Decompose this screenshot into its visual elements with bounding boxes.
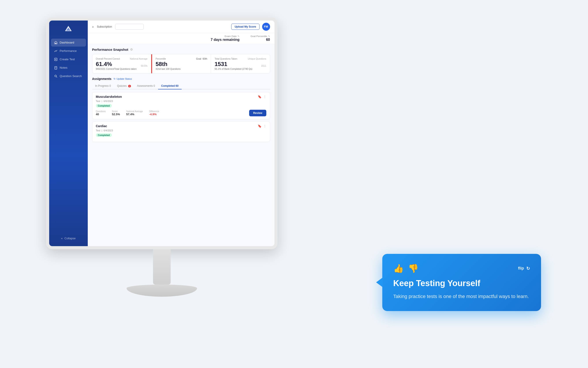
svg-point-9: [55, 75, 56, 77]
app-container: Dashboard Performance: [49, 20, 274, 246]
flip-card-title: Keep Testing Yourself: [393, 279, 530, 288]
chart-icon: [54, 49, 58, 53]
sidebar-item-performance-label: Performance: [60, 49, 77, 53]
goal-percentile-item: Goal Percentile ✎ 60: [250, 35, 270, 42]
exam-date-item: Exam Date ✎ 7 days remaining: [211, 35, 240, 42]
assignments-tabs: In Progress 0 Quizzes 1 Assessments 0 Co…: [92, 83, 270, 89]
flip-label-text: flip: [518, 266, 524, 271]
national-avg-stat-value: 57.4%: [126, 113, 143, 116]
expand-arrows[interactable]: »: [92, 25, 94, 28]
cardiac-icons: 🔖 ⋮: [258, 124, 266, 128]
snapshot-grid: Overall Percent Correct National Average…: [92, 54, 270, 74]
sidebar-item-create-test[interactable]: Create Test: [51, 55, 86, 63]
avatar: FM: [262, 23, 270, 31]
national-avg-label: National Average: [130, 57, 148, 60]
snapshot-settings-icon[interactable]: ⚙: [130, 48, 133, 51]
sidebar-item-question-search[interactable]: Question Search: [51, 72, 86, 80]
thumbs-up-icon[interactable]: 👍: [393, 264, 404, 273]
flip-card: 👍 👎 flip ↻ Keep Testing Yourself Taking …: [382, 254, 541, 311]
assignments-header: Assignments ↻ Update Status: [92, 77, 270, 81]
score-stat-label: Score: [112, 110, 120, 113]
file-icon: [54, 66, 58, 70]
tab-in-progress[interactable]: In Progress 0: [92, 83, 114, 89]
monitor-stand-neck: [153, 249, 171, 285]
svg-rect-2: [55, 43, 56, 44]
bookmark-icon[interactable]: 🔖: [258, 95, 262, 99]
goal-percentile-label: Goal Percentile ✎: [250, 35, 270, 38]
subscription-label: Subscription: [97, 25, 112, 28]
overall-label: Overall Percent Correct: [96, 57, 120, 60]
cardiac-more-icon[interactable]: ⋮: [263, 124, 266, 128]
percentile-label: Percentile: [156, 57, 166, 60]
questions-value: 1531: [215, 61, 227, 67]
stat-national-avg: National Average 57.4%: [126, 110, 143, 116]
cardiac-bookmark-icon[interactable]: 🔖: [258, 124, 262, 128]
cardiac-name: Cardiac: [96, 124, 107, 128]
monitor-screen: Dashboard Performance: [46, 18, 278, 249]
tab-quizzes[interactable]: Quizzes 1: [114, 83, 134, 89]
home-icon: [54, 41, 58, 44]
review-button[interactable]: Review: [249, 110, 266, 116]
assignments-title: Assignments: [92, 77, 112, 81]
percentile-sub: 42nd last 100 Questions: [156, 68, 207, 70]
flip-refresh-icon: ↻: [526, 266, 530, 271]
cardiac-card-header: Cardiac 🔖 ⋮: [96, 124, 266, 128]
thumbs-down-icon[interactable]: 👎: [408, 264, 419, 273]
subscription-select[interactable]: [115, 24, 144, 30]
snapshot-title: Performance Snapshot: [92, 48, 128, 51]
assignment-card-muscularskeleton: Muscularskeleton 🔖 ⋮ Test | 6/5/2023: [92, 92, 270, 119]
sidebar-logo: [64, 25, 73, 34]
stat-score: Score 52.5%: [112, 110, 120, 116]
cardiac-meta: Test | 6/4/2023: [96, 129, 266, 132]
info-bar: Exam Date ✎ 7 days remaining Goal Percen…: [88, 33, 274, 44]
score-stat-value: 52.5%: [112, 113, 120, 116]
questions-stat-label: Questions: [96, 110, 106, 113]
svg-line-10: [56, 77, 57, 77]
overall-value: 61.4%: [96, 61, 112, 67]
questions-label: Total Questions Taken: [215, 57, 237, 60]
header-left: » Subscription: [92, 24, 144, 30]
tab-completed[interactable]: Completed 60: [158, 83, 182, 89]
flip-card-top: 👍 👎 flip ↻: [393, 264, 530, 273]
exam-date-label: Exam Date ✎: [225, 35, 239, 38]
sidebar-item-question-search-label: Question Search: [60, 74, 82, 78]
overall-sub: 940/1531 Correct/Total Questions taken: [96, 68, 148, 70]
search-icon: [54, 74, 58, 78]
monitor: Dashboard Performance: [41, 18, 283, 326]
assignment-stats: Questions 40 Score 52.5% National Averag…: [96, 110, 159, 116]
monitor-stand-base: [127, 285, 197, 297]
goal-percentile-value: 60: [266, 38, 270, 42]
sidebar-collapse[interactable]: « Collapse: [58, 234, 79, 242]
flip-button[interactable]: flip ↻: [518, 266, 530, 271]
national-avg-stat-label: National Average: [126, 110, 143, 113]
sidebar-item-performance[interactable]: Performance: [51, 47, 86, 55]
sidebar-item-notes[interactable]: Notes: [51, 64, 86, 72]
sidebar-item-dashboard-label: Dashboard: [60, 41, 74, 44]
assignment-icons: 🔖 ⋮: [258, 95, 266, 99]
refresh-icon: ↻: [114, 77, 115, 80]
stat-difference: Difference -4.9%: [149, 110, 159, 116]
upload-score-button[interactable]: Upload My Score: [231, 24, 259, 30]
plus-square-icon: [54, 58, 58, 61]
questions-sub: 55.1% of Bank Completed (2740 Qs): [215, 68, 266, 70]
difference-stat-label: Difference: [149, 110, 159, 113]
edit-exam-date-icon[interactable]: ✎: [237, 35, 239, 38]
assignment-card-cardiac: Cardiac 🔖 ⋮ Test | 6/4/2023: [92, 121, 270, 142]
percentile-value: 58th: [156, 61, 167, 67]
status-badge-completed: Completed: [96, 104, 112, 108]
main-content: » Subscription Upload My Score FM: [88, 20, 274, 246]
sidebar: Dashboard Performance: [49, 20, 88, 246]
update-status-button[interactable]: ↻ Update Status: [114, 77, 132, 80]
sidebar-nav: Dashboard Performance: [49, 39, 88, 80]
national-avg-value: 59.5%: [141, 64, 148, 67]
more-options-icon[interactable]: ⋮: [263, 95, 266, 99]
sidebar-item-dashboard[interactable]: Dashboard: [51, 39, 86, 46]
assignment-meta: Test | 6/5/2023: [96, 100, 266, 102]
header: » Subscription Upload My Score FM: [88, 20, 274, 33]
tab-assessments[interactable]: Assessments 0: [134, 83, 158, 89]
unique-value: 1511: [261, 64, 266, 67]
snapshot-card-percentile: Percentile Goal 60th 58th 42nd last 100 …: [151, 54, 211, 74]
unique-label: Unique Questions: [248, 57, 266, 60]
edit-goal-icon[interactable]: ✎: [268, 35, 270, 38]
quizzes-badge: 1: [128, 85, 131, 87]
